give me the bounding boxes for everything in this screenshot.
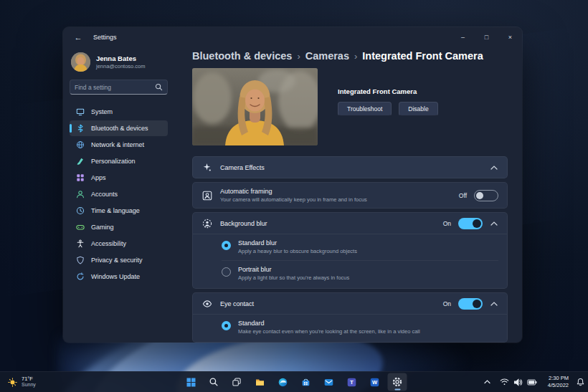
sidebar-item-network-internet[interactable]: Network & internet	[70, 137, 168, 153]
tray-status-icons[interactable]	[497, 376, 540, 388]
settings-app-icon[interactable]	[388, 373, 407, 391]
mail-app-icon[interactable]	[319, 373, 338, 391]
sidebar-item-label: Personalization	[91, 158, 136, 165]
breadcrumb-item[interactable]: Bluetooth & devices	[192, 50, 292, 62]
task-view-icon[interactable]	[227, 373, 247, 391]
option-title: Standard blur	[238, 239, 357, 247]
file-explorer-icon[interactable]	[250, 373, 270, 391]
automatic-framing-toggle[interactable]	[474, 190, 498, 201]
sidebar-item-label: Windows Update	[91, 273, 140, 280]
person-icon	[75, 190, 85, 199]
svg-text:W: W	[371, 379, 377, 386]
chevron-up-icon[interactable]	[490, 163, 498, 172]
sidebar-item-label: Apps	[91, 174, 106, 181]
sidebar-item-gaming[interactable]: Gaming	[70, 219, 168, 235]
toggle-state-label: On	[443, 220, 451, 227]
setting-title: Background blur	[220, 220, 267, 227]
window-title: Settings	[93, 34, 117, 41]
avatar	[71, 52, 90, 72]
radio-selected-icon[interactable]	[222, 321, 231, 330]
disable-button[interactable]: Disable	[399, 102, 437, 116]
taskbar-center-icons: T W	[181, 373, 407, 391]
clock-widget[interactable]: 2:30 PM 4/5/2022	[545, 373, 572, 391]
chevron-up-icon[interactable]	[490, 300, 498, 308]
section-title: Camera Effects	[220, 164, 265, 171]
weather-widget[interactable]: 71°F Sunny	[4, 372, 40, 392]
camera-preview	[192, 68, 318, 145]
camera-effects-section-header[interactable]: Camera Effects	[192, 156, 508, 178]
eye-contact-row[interactable]: Eye contact On	[193, 293, 507, 314]
notification-bell-icon[interactable]	[577, 378, 584, 386]
portrait-blur-option[interactable]: Portrait blur Apply a light blur so that…	[222, 260, 498, 287]
sidebar-item-privacy-security[interactable]: Privacy & security	[70, 252, 168, 268]
automatic-framing-icon	[201, 190, 212, 201]
setting-title: Automatic framing	[220, 188, 367, 195]
automatic-framing-row: Automatic framing Your camera will autom…	[192, 182, 508, 209]
edge-browser-icon[interactable]	[273, 373, 293, 391]
sidebar-item-time-language[interactable]: Time & language	[70, 203, 168, 219]
sidebar-item-label: Accounts	[91, 191, 118, 198]
sidebar-item-label: Accessibility	[91, 240, 126, 247]
paintbrush-icon	[75, 157, 85, 166]
clock-time: 2:30 PM	[548, 375, 569, 382]
user-email: jenna@contoso.com	[96, 63, 146, 70]
search-input[interactable]	[75, 84, 152, 91]
option-description: Apply a light blur so that you're always…	[238, 274, 349, 281]
titlebar[interactable]: ← Settings – □ ×	[63, 27, 522, 47]
option-title: Standard	[238, 320, 420, 327]
sidebar-item-bluetooth-devices[interactable]: Bluetooth & devices	[70, 120, 168, 136]
sidebar-item-label: System	[91, 108, 113, 115]
eye-contact-standard-option[interactable]: Standard Make eye contact even when you'…	[222, 315, 498, 340]
troubleshoot-button[interactable]: Troubleshoot	[338, 102, 392, 116]
start-button[interactable]	[181, 373, 201, 391]
close-button[interactable]: ×	[498, 27, 522, 47]
teams-app-icon[interactable]: T	[342, 373, 361, 391]
chevron-up-icon[interactable]	[490, 219, 498, 228]
search-icon	[155, 83, 163, 91]
microsoft-store-icon[interactable]	[296, 373, 316, 391]
eye-contact-toggle[interactable]	[458, 298, 483, 310]
sidebar-item-windows-update[interactable]: Windows Update	[70, 269, 168, 285]
camera-effects-icon	[201, 162, 212, 173]
search-box[interactable]	[70, 80, 168, 95]
page-title: Integrated Front Camera	[362, 50, 483, 62]
sidebar-item-personalization[interactable]: Personalization	[70, 153, 168, 169]
background-blur-row[interactable]: Background blur On	[193, 213, 507, 234]
clock-icon	[75, 206, 85, 216]
background-blur-icon	[201, 218, 212, 229]
tray-chevron-up-icon[interactable]	[483, 378, 492, 386]
background-blur-toggle[interactable]	[458, 218, 483, 229]
sidebar-item-system[interactable]: System	[70, 104, 168, 120]
bluetooth-icon	[75, 124, 85, 133]
sidebar-item-apps[interactable]: Apps	[70, 170, 168, 186]
volume-icon	[513, 378, 523, 386]
option-title: Portrait blur	[238, 266, 349, 273]
user-profile[interactable]: Jenna Bates jenna@contoso.com	[70, 50, 168, 72]
standard-blur-option[interactable]: Standard blur Apply a heavy blur to obsc…	[222, 234, 498, 260]
maximize-button[interactable]: □	[475, 27, 498, 47]
breadcrumb-item[interactable]: Cameras	[305, 50, 349, 62]
taskbar: 71°F Sunny T W	[0, 371, 588, 392]
settings-nav: System Bluetooth & devices Network & int…	[70, 104, 168, 285]
toggle-state-label: On	[443, 300, 451, 307]
radio-selected-icon[interactable]	[222, 241, 231, 250]
word-app-icon[interactable]: W	[365, 373, 384, 391]
weather-temperature: 71°F	[22, 376, 36, 382]
radio-unselected-icon[interactable]	[222, 267, 231, 277]
battery-icon	[527, 379, 537, 386]
settings-window: ← Settings – □ × Jenna Bates	[63, 27, 522, 343]
wifi-icon	[500, 378, 509, 386]
svg-text:T: T	[350, 379, 354, 386]
system-icon	[75, 107, 85, 117]
back-button[interactable]: ←	[69, 29, 87, 44]
sidebar-item-label: Privacy & security	[91, 257, 143, 264]
option-description: Apply a heavy blur to obscure background…	[238, 248, 357, 254]
sidebar-item-accessibility[interactable]: Accessibility	[70, 236, 168, 252]
search-taskbar-icon[interactable]	[204, 373, 224, 391]
sidebar-item-accounts[interactable]: Accounts	[70, 186, 168, 202]
sidebar-item-label: Time & language	[91, 207, 140, 214]
shield-icon	[75, 256, 85, 265]
minimize-button[interactable]: –	[451, 27, 475, 47]
chevron-right-icon: ›	[354, 51, 357, 62]
user-name: Jenna Bates	[96, 54, 146, 63]
